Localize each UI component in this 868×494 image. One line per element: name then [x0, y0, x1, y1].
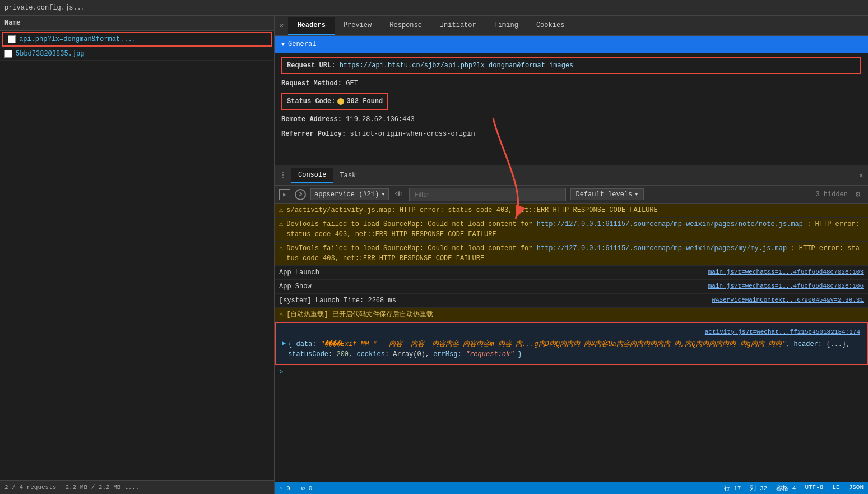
note-sourcemap-link[interactable]: http://127.0.0.1:61115/.sourcemap/mp-wei… [537, 220, 803, 228]
headers-content: Request URL: https://api.btstu.cn/sjbz/a… [275, 53, 868, 165]
warning-icon-2: ⚠ [279, 219, 283, 229]
gear-button[interactable]: ⚙ [852, 189, 864, 200]
referrer-policy-value: strict-origin-when-cross-origin [350, 130, 475, 138]
tab-cookies[interactable]: Cookies [527, 17, 573, 35]
requests-count: 2 / 4 requests [4, 484, 56, 491]
warning-icon-1: ⚠ [279, 205, 283, 215]
log-text-warning-my: DevTools failed to load SourceMap: Could… [286, 243, 864, 264]
general-collapse-icon: ▼ [281, 41, 285, 48]
tab-timing[interactable]: Timing [485, 17, 527, 35]
status-spaces: 容格 4 [776, 484, 796, 492]
log-item-hot-reload: ⚠ [自动热重载] 已开启代码文件保存后自动热重载 [275, 308, 868, 322]
tab-headers[interactable]: Headers [288, 17, 334, 35]
result-value-errmsg: "request:ok" [466, 350, 514, 358]
log-item-app-show: App Show main.js?t=wechat&s=1...4f6cf66d… [275, 280, 868, 294]
tab-response[interactable]: Response [380, 17, 431, 35]
tab-preview[interactable]: Preview [335, 17, 380, 35]
result-key-data: data [296, 340, 312, 348]
top-bar-filename: private.config.js... [4, 4, 85, 12]
tab-initiator[interactable]: Initiator [431, 17, 485, 35]
request-method-row: Request Method: GET [281, 79, 861, 89]
file-icon-api [8, 35, 16, 43]
console-close-button[interactable]: ✕ [859, 170, 864, 180]
warning-icon-reload: ⚠ [279, 310, 283, 320]
network-name-col: Name [4, 19, 21, 27]
status-line: 行 17 [724, 484, 741, 492]
result-arrow-icon[interactable]: ▶ [282, 339, 286, 348]
console-prompt: > [275, 365, 868, 380]
header-tabs-row: ✕ Headers Preview Response Initiator Tim… [275, 16, 868, 36]
status-bar-left: ⚠ 0 ⊘ 0 [279, 484, 312, 492]
block-button[interactable]: ⊘ [295, 189, 306, 200]
network-footer: 2 / 4 requests 2.2 MB / 2.2 MB t... [0, 480, 274, 494]
my-sourcemap-link[interactable]: http://127.0.0.1:61115/.sourcemap/mp-wei… [537, 244, 787, 252]
network-item-api-name: api.php?lx=dongman&format.... [19, 35, 136, 43]
status-bar: ⚠ 0 ⊘ 0 行 17 列 32 容格 4 UTF-8 LE JSON [275, 482, 868, 494]
network-item-api[interactable]: api.php?lx=dongman&format.... [2, 32, 272, 47]
result-key-header: header [794, 340, 818, 348]
filter-input[interactable] [409, 188, 566, 201]
levels-label: Default levels [575, 191, 632, 198]
network-item-img[interactable]: 5bbd738203835.jpg [0, 48, 274, 61]
tab-close-button[interactable]: ✕ [275, 21, 288, 30]
context-selector[interactable]: appservice (#21) ▾ [310, 188, 389, 200]
log-text-launch-time: [system] Launch Time: 2268 ms [279, 296, 712, 306]
result-brace-close: } [518, 350, 522, 358]
levels-button[interactable]: Default levels ▾ [570, 188, 643, 200]
network-header: Name [0, 16, 274, 31]
status-eol: LE [832, 484, 839, 492]
log-file-ref-activity[interactable]: activity.js?t=wechat...ff215c450182184:1… [705, 327, 860, 337]
status-col: 列 32 [750, 484, 767, 492]
request-url-value: https://api.btstu.cn/sjbz/api.php?lx=don… [340, 62, 574, 70]
result-value-data: "����Exif MM * 内容 内容 内容内容 内容内容m 内容 内...g… [321, 340, 786, 348]
result-content: ▶ { data: "����Exif MM * 内容 内容 内容内容 内容内容… [282, 339, 860, 359]
status-code-value: 302 Found [346, 96, 383, 107]
status-code-row: Status Code: 302 Found [281, 93, 388, 110]
console-section: ⋮ Console Task ✕ ▶ ⊘ appservice (#21) ▾ … [275, 165, 868, 482]
request-method-value: GET [346, 80, 358, 87]
referrer-policy-row: Referrer Policy: strict-origin-when-cros… [281, 129, 861, 139]
status-bar-right: 行 17 列 32 容格 4 UTF-8 LE JSON [724, 484, 864, 492]
log-text-app-launch: App Launch [279, 267, 708, 278]
log-file-ref-waservice[interactable]: WAServiceMainContext...67900454&v=2.30.3… [712, 296, 864, 305]
log-file-ref-launch[interactable]: main.js?t=wechat&s=1...4f6cf66d48c702e:1… [708, 267, 864, 277]
result-text: { data: "����Exif MM * 内容 内容 内容内容 内容内容m … [288, 339, 860, 359]
right-panel: ✕ Headers Preview Response Initiator Tim… [275, 16, 868, 494]
log-item-app-launch: App Launch main.js?t=wechat&s=1...4f6cf6… [275, 266, 868, 280]
request-url-row: Request URL: https://api.btstu.cn/sjbz/a… [281, 57, 861, 74]
file-icon-img [4, 50, 12, 58]
log-item-warning-my: ⚠ DevTools failed to load SourceMap: Cou… [275, 242, 868, 266]
result-value-cookies: Array(0) [393, 350, 425, 358]
general-label: General [288, 40, 316, 48]
result-value-header: {...} [826, 340, 846, 348]
log-item-warning-activity: ⚠ s/activity/activity.js.map: HTTP error… [275, 204, 868, 218]
log-item-launch-time: [system] Launch Time: 2268 ms WAServiceM… [275, 294, 868, 308]
log-item-warning-note: ⚠ DevTools failed to load SourceMap: Cou… [275, 218, 868, 242]
log-text-warning-activity: s/activity/activity.js.map: HTTP error: … [286, 205, 864, 215]
left-panel: Name api.php?lx=dongman&format.... 5bbd7… [0, 16, 275, 494]
console-tab-console[interactable]: Console [291, 168, 333, 183]
console-tab-task[interactable]: Task [333, 168, 363, 183]
log-text-hot-reload: [自动热重载] 已开启代码文件保存后自动热重载 [286, 310, 864, 320]
warning-icon-3: ⚠ [279, 243, 283, 253]
log-file-ref-show[interactable]: main.js?t=wechat&s=1...4f6cf66d48c702e:1… [708, 281, 864, 291]
result-brace-open: { [288, 340, 292, 348]
network-list: api.php?lx=dongman&format.... 5bbd738203… [0, 31, 274, 480]
prompt-icon: > [279, 367, 283, 377]
size-info: 2.2 MB / 2.2 MB t... [65, 484, 139, 491]
status-lang: JSON [849, 484, 864, 492]
eye-button[interactable]: 👁 [393, 189, 405, 200]
referrer-policy-label: Referrer Policy: [281, 130, 346, 138]
request-method-label: Request Method: [281, 80, 342, 87]
request-url-label: Request URL: [287, 62, 335, 70]
remote-address-label: Remote Address: [281, 116, 342, 123]
remote-address-value: 119.28.62.136:443 [346, 116, 414, 123]
play-button[interactable]: ▶ [279, 189, 290, 200]
error-warning-count: ⚠ 0 ⊘ 0 [279, 484, 312, 492]
status-code-label: Status Code: [287, 96, 335, 107]
console-tabs-row: ⋮ Console Task ✕ [275, 165, 868, 186]
result-key-cookies: cookies [356, 350, 384, 358]
console-menu-icon[interactable]: ⋮ [279, 170, 287, 180]
log-text-warning-note: DevTools failed to load SourceMap: Could… [286, 219, 864, 239]
result-key-errmsg: errMsg [433, 350, 457, 358]
